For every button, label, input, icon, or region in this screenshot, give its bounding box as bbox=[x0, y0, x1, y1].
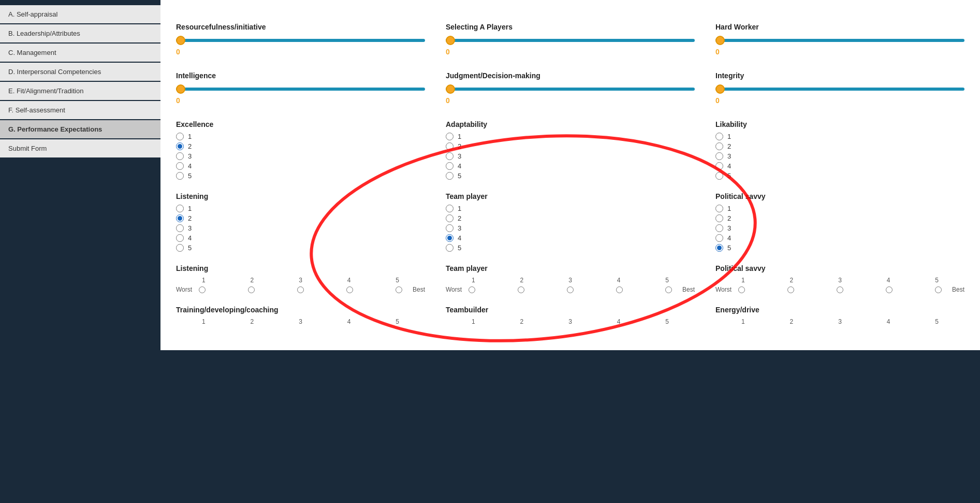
sidebar-item-fit[interactable]: E. Fit/Alignment/Tradition bbox=[0, 82, 160, 100]
sidebar-item-performance[interactable]: G. Performance Expectations bbox=[0, 120, 160, 138]
radio-input-likability-2[interactable] bbox=[715, 142, 723, 150]
sidebar-item-interpersonal[interactable]: D. Interpersonal Competencies bbox=[0, 63, 160, 81]
radio-option-likability-2[interactable]: 2 bbox=[715, 142, 964, 150]
radio-option-excellence-4[interactable]: 4 bbox=[176, 162, 425, 170]
radio-option-listening-3[interactable]: 3 bbox=[176, 224, 425, 232]
sidebar-item-leadership[interactable]: B. Leadership/Attributes bbox=[0, 24, 160, 42]
radio-input-politicalsavvy-3[interactable] bbox=[715, 224, 723, 232]
radio-input-adaptability-5[interactable] bbox=[446, 172, 454, 180]
scale-radio-listening-scale-4[interactable] bbox=[346, 286, 353, 293]
radio-option-adaptability-4[interactable]: 4 bbox=[446, 162, 695, 170]
radio-option-adaptability-1[interactable]: 1 bbox=[446, 133, 695, 140]
scale-radio-teamplayer-scale-3[interactable] bbox=[567, 286, 574, 293]
radio-option-listening-2[interactable]: 2 bbox=[176, 214, 425, 222]
radio-input-listening-1[interactable] bbox=[176, 205, 184, 212]
scale-radio-teamplayer-scale-5[interactable] bbox=[665, 286, 672, 293]
radio-option-likability-3[interactable]: 3 bbox=[715, 152, 964, 160]
slider-track-integrity[interactable] bbox=[715, 84, 964, 94]
radio-input-adaptability-3[interactable] bbox=[446, 152, 454, 160]
radio-input-adaptability-2[interactable] bbox=[446, 142, 454, 150]
radio-input-adaptability-4[interactable] bbox=[446, 162, 454, 170]
scale-radio-politicalsavvy-scale-3[interactable] bbox=[837, 286, 843, 293]
radio-option-teamplayer-2[interactable]: 2 bbox=[446, 214, 695, 222]
scale-radio-listening-scale-3[interactable] bbox=[297, 286, 304, 293]
slider-track-selecting[interactable] bbox=[446, 35, 695, 46]
slider-track-resourcefulness[interactable] bbox=[176, 35, 425, 46]
radio-option-teamplayer-5[interactable]: 5 bbox=[446, 244, 695, 252]
radio-option-excellence-1[interactable]: 1 bbox=[176, 133, 425, 140]
radio-input-teamplayer-2[interactable] bbox=[446, 214, 454, 222]
radio-option-politicalsavvy-2[interactable]: 2 bbox=[715, 214, 964, 222]
radio-input-listening-5[interactable] bbox=[176, 244, 184, 252]
scale-radio-listening-scale-5[interactable] bbox=[396, 286, 402, 293]
radio-input-politicalsavvy-2[interactable] bbox=[715, 214, 723, 222]
radio-option-politicalsavvy-1[interactable]: 1 bbox=[715, 205, 964, 212]
scale-radio-listening-scale-1[interactable] bbox=[199, 286, 206, 293]
radio-option-teamplayer-4[interactable]: 4 bbox=[446, 234, 695, 242]
radio-option-adaptability-2[interactable]: 2 bbox=[446, 142, 695, 150]
radio-input-teamplayer-1[interactable] bbox=[446, 205, 454, 212]
bottom-num: 3 bbox=[299, 318, 302, 325]
sidebar-item-self-assessment[interactable]: F. Self-assessment bbox=[0, 101, 160, 119]
scale-radio-politicalsavvy-scale-5[interactable] bbox=[935, 286, 942, 293]
radio-option-listening-4[interactable]: 4 bbox=[176, 234, 425, 242]
radio-option-likability-1[interactable]: 1 bbox=[715, 133, 964, 140]
sidebar-item-self-appraisal[interactable]: A. Self-appraisal bbox=[0, 5, 160, 23]
radio-input-likability-4[interactable] bbox=[715, 162, 723, 170]
radio-option-excellence-3[interactable]: 3 bbox=[176, 152, 425, 160]
radio-input-listening-4[interactable] bbox=[176, 234, 184, 242]
scale-radio-politicalsavvy-scale-2[interactable] bbox=[787, 286, 794, 293]
radio-input-likability-3[interactable] bbox=[715, 152, 723, 160]
radio-input-excellence-2[interactable] bbox=[176, 142, 184, 150]
radio-option-politicalsavvy-5[interactable]: 5 bbox=[715, 244, 964, 252]
bottom-section-energydrive: Energy/drive 12345 bbox=[715, 306, 964, 327]
radio-input-teamplayer-3[interactable] bbox=[446, 224, 454, 232]
radio-option-politicalsavvy-4[interactable]: 4 bbox=[715, 234, 964, 242]
scale-radio-listening-scale-2[interactable] bbox=[248, 286, 255, 293]
radio-input-listening-2[interactable] bbox=[176, 214, 184, 222]
radio-input-teamplayer-5[interactable] bbox=[446, 244, 454, 252]
radio-input-listening-3[interactable] bbox=[176, 224, 184, 232]
radio-option-teamplayer-3[interactable]: 3 bbox=[446, 224, 695, 232]
slider-track-intelligence[interactable] bbox=[176, 84, 425, 94]
radio-option-likability-4[interactable]: 4 bbox=[715, 162, 964, 170]
slider-label-judgment: Judgment/Decision-making bbox=[446, 71, 695, 80]
radio-input-likability-5[interactable] bbox=[715, 172, 723, 180]
slider-thumb-intelligence bbox=[176, 84, 185, 94]
scale-radio-politicalsavvy-scale-1[interactable] bbox=[738, 286, 745, 293]
radio-option-adaptability-5[interactable]: 5 bbox=[446, 172, 695, 180]
radio-option-excellence-5[interactable]: 5 bbox=[176, 172, 425, 180]
sidebar-item-management[interactable]: C. Management bbox=[0, 44, 160, 62]
radio-option-politicalsavvy-3[interactable]: 3 bbox=[715, 224, 964, 232]
radio-option-label-likability-5: 5 bbox=[727, 172, 731, 180]
radio-option-teamplayer-1[interactable]: 1 bbox=[446, 205, 695, 212]
slider-track-hardworker[interactable] bbox=[715, 35, 964, 46]
radio-input-likability-1[interactable] bbox=[715, 133, 723, 140]
radio-input-excellence-3[interactable] bbox=[176, 152, 184, 160]
bottom-num: 5 bbox=[396, 318, 399, 325]
scale-radio-teamplayer-scale-2[interactable] bbox=[518, 286, 524, 293]
slider-label-selecting: Selecting A Players bbox=[446, 23, 695, 31]
radio-input-adaptability-1[interactable] bbox=[446, 133, 454, 140]
radio-input-teamplayer-4[interactable] bbox=[446, 234, 454, 242]
sidebar-item-submit[interactable]: Submit Form bbox=[0, 139, 160, 157]
radio-input-politicalsavvy-4[interactable] bbox=[715, 234, 723, 242]
scale-radio-teamplayer-scale-1[interactable] bbox=[469, 286, 475, 293]
radio-input-excellence-5[interactable] bbox=[176, 172, 184, 180]
slider-group-integrity: Integrity 0 bbox=[715, 71, 964, 105]
radio-option-listening-5[interactable]: 5 bbox=[176, 244, 425, 252]
scale-radio-politicalsavvy-scale-4[interactable] bbox=[886, 286, 893, 293]
radio-input-excellence-1[interactable] bbox=[176, 133, 184, 140]
radio-option-adaptability-3[interactable]: 3 bbox=[446, 152, 695, 160]
radio-input-politicalsavvy-1[interactable] bbox=[715, 205, 723, 212]
radio-option-excellence-2[interactable]: 2 bbox=[176, 142, 425, 150]
radio-option-listening-1[interactable]: 1 bbox=[176, 205, 425, 212]
bottom-label-energydrive: Energy/drive bbox=[715, 306, 964, 314]
radio-option-likability-5[interactable]: 5 bbox=[715, 172, 964, 180]
scale-radio-teamplayer-scale-4[interactable] bbox=[616, 286, 623, 293]
bottom-num: 1 bbox=[202, 318, 206, 325]
slider-thumb-resourcefulness bbox=[176, 36, 185, 45]
radio-input-politicalsavvy-5[interactable] bbox=[715, 244, 723, 252]
slider-track-judgment[interactable] bbox=[446, 84, 695, 94]
radio-input-excellence-4[interactable] bbox=[176, 162, 184, 170]
